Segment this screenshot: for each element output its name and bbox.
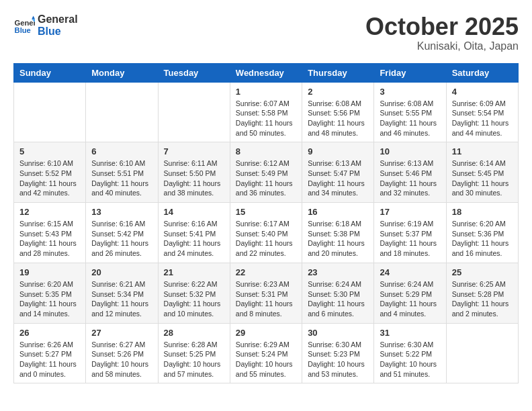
day-number: 7: [164, 146, 224, 156]
weekday-header-saturday: Saturday: [446, 63, 518, 82]
calendar-cell: [446, 323, 518, 383]
calendar-cell: [14, 82, 86, 142]
day-info: Sunrise: 6:15 AM Sunset: 5:43 PM Dayligh…: [19, 219, 80, 259]
day-info: Sunrise: 6:11 AM Sunset: 5:50 PM Dayligh…: [164, 158, 224, 198]
day-info: Sunrise: 6:08 AM Sunset: 5:56 PM Dayligh…: [308, 99, 368, 138]
calendar-cell: 2Sunrise: 6:08 AM Sunset: 5:56 PM Daylig…: [302, 82, 374, 142]
day-info: Sunrise: 6:13 AM Sunset: 5:46 PM Dayligh…: [380, 158, 440, 198]
calendar-cell: 24Sunrise: 6:24 AM Sunset: 5:29 PM Dayli…: [374, 263, 446, 323]
day-number: 18: [452, 207, 513, 217]
day-number: 3: [380, 87, 440, 97]
weekday-header-thursday: Thursday: [302, 63, 374, 82]
calendar-cell: 3Sunrise: 6:08 AM Sunset: 5:55 PM Daylig…: [374, 82, 446, 142]
day-number: 30: [308, 328, 368, 338]
day-info: Sunrise: 6:23 AM Sunset: 5:31 PM Dayligh…: [236, 279, 296, 319]
day-info: Sunrise: 6:10 AM Sunset: 5:52 PM Dayligh…: [19, 158, 80, 198]
day-number: 14: [164, 207, 224, 217]
title-block: October 2025 Kunisaki, Oita, Japan: [365, 13, 519, 52]
weekday-header-tuesday: Tuesday: [158, 63, 230, 82]
day-number: 22: [236, 267, 296, 277]
calendar-cell: 17Sunrise: 6:19 AM Sunset: 5:37 PM Dayli…: [374, 203, 446, 263]
day-info: Sunrise: 6:29 AM Sunset: 5:24 PM Dayligh…: [236, 340, 296, 379]
day-number: 27: [91, 328, 152, 338]
day-number: 17: [380, 207, 440, 217]
calendar-cell: 31Sunrise: 6:30 AM Sunset: 5:22 PM Dayli…: [374, 323, 446, 383]
day-info: Sunrise: 6:28 AM Sunset: 5:25 PM Dayligh…: [164, 340, 224, 379]
day-number: 2: [308, 87, 368, 97]
calendar-cell: 10Sunrise: 6:13 AM Sunset: 5:46 PM Dayli…: [374, 142, 446, 203]
logo: General Blue General Blue: [13, 13, 78, 37]
calendar-cell: 11Sunrise: 6:14 AM Sunset: 5:45 PM Dayli…: [446, 142, 518, 203]
day-info: Sunrise: 6:30 AM Sunset: 5:23 PM Dayligh…: [308, 340, 368, 379]
calendar-cell: 12Sunrise: 6:15 AM Sunset: 5:43 PM Dayli…: [14, 203, 86, 263]
day-info: Sunrise: 6:20 AM Sunset: 5:36 PM Dayligh…: [452, 219, 513, 259]
day-info: Sunrise: 6:14 AM Sunset: 5:45 PM Dayligh…: [452, 158, 513, 198]
day-number: 1: [236, 87, 296, 97]
calendar-cell: [158, 82, 230, 142]
day-number: 19: [19, 267, 80, 277]
calendar-cell: 22Sunrise: 6:23 AM Sunset: 5:31 PM Dayli…: [230, 263, 302, 323]
calendar-cell: 26Sunrise: 6:26 AM Sunset: 5:27 PM Dayli…: [14, 323, 86, 383]
day-number: 5: [19, 146, 80, 156]
calendar-cell: 5Sunrise: 6:10 AM Sunset: 5:52 PM Daylig…: [14, 142, 86, 203]
calendar-cell: 21Sunrise: 6:22 AM Sunset: 5:32 PM Dayli…: [158, 263, 230, 323]
calendar-week-3: 12Sunrise: 6:15 AM Sunset: 5:43 PM Dayli…: [14, 203, 519, 263]
day-info: Sunrise: 6:21 AM Sunset: 5:34 PM Dayligh…: [91, 279, 152, 319]
day-number: 20: [91, 267, 152, 277]
day-number: 21: [164, 267, 224, 277]
calendar-cell: 28Sunrise: 6:28 AM Sunset: 5:25 PM Dayli…: [158, 323, 230, 383]
calendar-cell: 30Sunrise: 6:30 AM Sunset: 5:23 PM Dayli…: [302, 323, 374, 383]
page-header: General Blue General Blue October 2025 K…: [13, 13, 519, 52]
day-info: Sunrise: 6:09 AM Sunset: 5:54 PM Dayligh…: [452, 99, 513, 138]
day-info: Sunrise: 6:18 AM Sunset: 5:38 PM Dayligh…: [308, 219, 368, 259]
logo-icon: General Blue: [13, 15, 35, 36]
day-info: Sunrise: 6:12 AM Sunset: 5:49 PM Dayligh…: [236, 158, 296, 198]
svg-text:Blue: Blue: [15, 26, 31, 34]
day-info: Sunrise: 6:19 AM Sunset: 5:37 PM Dayligh…: [380, 219, 440, 259]
day-info: Sunrise: 6:16 AM Sunset: 5:41 PM Dayligh…: [164, 219, 224, 259]
calendar-cell: [86, 82, 158, 142]
day-number: 23: [308, 267, 368, 277]
day-number: 11: [452, 146, 513, 156]
day-info: Sunrise: 6:08 AM Sunset: 5:55 PM Dayligh…: [380, 99, 440, 138]
calendar-week-1: 1Sunrise: 6:07 AM Sunset: 5:58 PM Daylig…: [14, 82, 519, 142]
logo-general: General: [38, 13, 78, 26]
day-number: 13: [91, 207, 152, 217]
svg-text:General: General: [15, 19, 35, 27]
svg-marker-2: [32, 15, 35, 19]
calendar-cell: 20Sunrise: 6:21 AM Sunset: 5:34 PM Dayli…: [86, 263, 158, 323]
day-number: 6: [91, 146, 152, 156]
day-info: Sunrise: 6:24 AM Sunset: 5:29 PM Dayligh…: [380, 279, 440, 319]
day-info: Sunrise: 6:17 AM Sunset: 5:40 PM Dayligh…: [236, 219, 296, 259]
day-number: 26: [19, 328, 80, 338]
calendar-cell: 29Sunrise: 6:29 AM Sunset: 5:24 PM Dayli…: [230, 323, 302, 383]
day-number: 15: [236, 207, 296, 217]
day-info: Sunrise: 6:07 AM Sunset: 5:58 PM Dayligh…: [236, 99, 296, 138]
calendar-cell: 13Sunrise: 6:16 AM Sunset: 5:42 PM Dayli…: [86, 203, 158, 263]
day-number: 4: [452, 87, 513, 97]
day-info: Sunrise: 6:25 AM Sunset: 5:28 PM Dayligh…: [452, 279, 513, 319]
calendar-header-row: SundayMondayTuesdayWednesdayThursdayFrid…: [14, 63, 519, 82]
day-info: Sunrise: 6:30 AM Sunset: 5:22 PM Dayligh…: [380, 340, 440, 379]
calendar-week-2: 5Sunrise: 6:10 AM Sunset: 5:52 PM Daylig…: [14, 142, 519, 203]
weekday-header-sunday: Sunday: [14, 63, 86, 82]
day-number: 9: [308, 146, 368, 156]
calendar-cell: 27Sunrise: 6:27 AM Sunset: 5:26 PM Dayli…: [86, 323, 158, 383]
calendar-cell: 1Sunrise: 6:07 AM Sunset: 5:58 PM Daylig…: [230, 82, 302, 142]
day-number: 16: [308, 207, 368, 217]
day-info: Sunrise: 6:10 AM Sunset: 5:51 PM Dayligh…: [91, 158, 152, 198]
logo-blue: Blue: [38, 26, 78, 38]
calendar-cell: 7Sunrise: 6:11 AM Sunset: 5:50 PM Daylig…: [158, 142, 230, 203]
calendar-cell: 23Sunrise: 6:24 AM Sunset: 5:30 PM Dayli…: [302, 263, 374, 323]
day-number: 28: [164, 328, 224, 338]
calendar-cell: 15Sunrise: 6:17 AM Sunset: 5:40 PM Dayli…: [230, 203, 302, 263]
calendar-cell: 9Sunrise: 6:13 AM Sunset: 5:47 PM Daylig…: [302, 142, 374, 203]
day-number: 24: [380, 267, 440, 277]
calendar-cell: 25Sunrise: 6:25 AM Sunset: 5:28 PM Dayli…: [446, 263, 518, 323]
day-number: 12: [19, 207, 80, 217]
weekday-header-monday: Monday: [86, 63, 158, 82]
weekday-header-friday: Friday: [374, 63, 446, 82]
weekday-header-wednesday: Wednesday: [230, 63, 302, 82]
day-info: Sunrise: 6:24 AM Sunset: 5:30 PM Dayligh…: [308, 279, 368, 319]
calendar-cell: 14Sunrise: 6:16 AM Sunset: 5:41 PM Dayli…: [158, 203, 230, 263]
